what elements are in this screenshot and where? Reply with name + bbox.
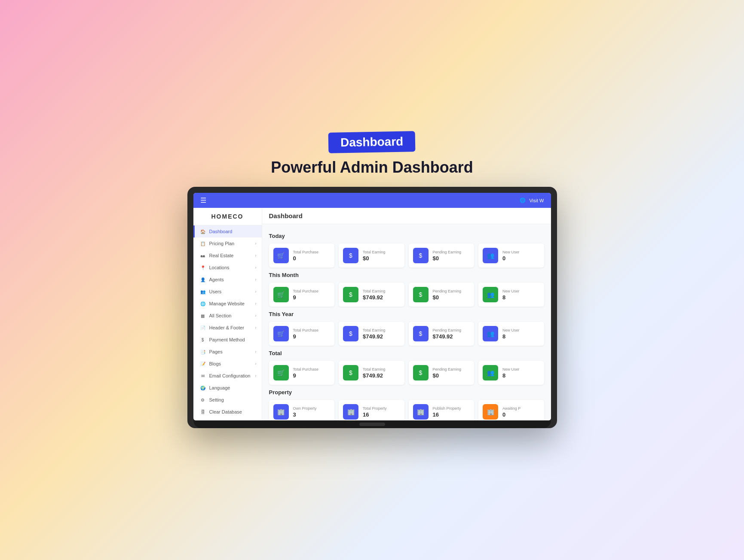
month-purchase-card: 🛒 Total Purchase 9 <box>269 283 335 307</box>
home-icon: 🏠 <box>200 228 206 234</box>
today-new-user-card: 👥 New User 0 <box>478 243 544 268</box>
sidebar-item-pricing-plan[interactable]: 📋 Pricing Plan › <box>193 237 262 250</box>
dollar-icon: $ <box>413 365 429 380</box>
app-layout: HOMECO 🏠 Dashboard 📋 Pricing Plan › <box>193 208 551 420</box>
own-property-value: 3 <box>293 411 331 418</box>
sidebar-item-all-section[interactable]: ▦ All Section › <box>193 310 262 322</box>
total-cards-row: 🛒 Total Purchase 9 $ Total Earning $749.… <box>269 361 544 385</box>
chevron-icon: › <box>255 253 257 258</box>
cart-icon: 🛒 <box>273 248 289 263</box>
blogs-icon: 📝 <box>200 361 206 367</box>
sidebar-item-manage-website[interactable]: 🌐 Manage Website › <box>193 298 262 310</box>
sidebar-label-dashboard: Dashboard <box>209 229 233 234</box>
month-earning-value: $749.92 <box>363 294 400 301</box>
sidebar-logo: HOMECO <box>193 208 262 225</box>
publish-property-label: Publish Property <box>433 406 470 411</box>
section-title-today: Today <box>269 233 544 239</box>
chevron-icon: › <box>255 289 257 294</box>
dollar-icon: $ <box>343 326 358 341</box>
total-purchase-label: Total Purchase <box>293 367 331 371</box>
today-newuser-label: New User <box>502 250 540 254</box>
sidebar-item-cache-clear[interactable]: ↺ Cache Clear <box>193 418 262 420</box>
month-earning-card: $ Total Earning $749.92 <box>339 283 404 307</box>
real-estate-icon: 🏘 <box>200 253 206 259</box>
month-cards-row: 🛒 Total Purchase 9 $ Total Earning $749.… <box>269 283 544 307</box>
today-newuser-value: 0 <box>502 255 540 262</box>
sidebar-item-locations[interactable]: 📍 Locations › <box>193 262 262 274</box>
dollar-icon: $ <box>343 287 358 302</box>
sidebar-item-language[interactable]: 🌍 Language <box>193 382 262 394</box>
sidebar-label-pages: Pages <box>209 349 223 354</box>
sidebar-label-blogs: Blogs <box>209 361 221 366</box>
dashboard-badge: Dashboard <box>328 131 416 153</box>
sidebar-label-payment: Payment Method <box>209 337 245 342</box>
database-icon: 🗄 <box>200 409 206 415</box>
sidebar-item-payment-method[interactable]: $ Payment Method <box>193 334 262 346</box>
content-header: Dashboard <box>262 208 551 224</box>
sidebar-label-users: Users <box>209 289 222 294</box>
users-icon: 👥 <box>483 365 498 380</box>
main-content: Dashboard Today 🛒 Total Purchase 0 <box>262 208 551 420</box>
globe-icon: 🌐 <box>520 198 526 203</box>
sidebar-label-real-estate: Real Estate <box>209 253 234 258</box>
users-icon: 👥 <box>483 287 498 302</box>
users-icon: 👥 <box>483 326 498 341</box>
sidebar-item-setting[interactable]: ⚙ Setting <box>193 394 262 406</box>
year-earning-card: $ Total Earning $749.92 <box>339 322 404 346</box>
today-earning-label: Total Earning <box>363 250 400 254</box>
year-earning-label: Total Earning <box>363 328 400 332</box>
sidebar-label-email: Email Configuration <box>209 373 251 378</box>
sidebar-item-dashboard[interactable]: 🏠 Dashboard <box>193 225 262 237</box>
building-icon: 🏢 <box>413 404 429 420</box>
topbar: ☰ 🌐 Visit W <box>193 193 551 208</box>
total-property-value: 16 <box>363 411 400 418</box>
today-pending-value: $0 <box>433 255 470 262</box>
email-icon: ✉ <box>200 373 206 379</box>
month-purchase-label: Total Purchase <box>293 289 331 293</box>
payment-icon: $ <box>200 337 206 343</box>
hamburger-icon[interactable]: ☰ <box>200 196 206 204</box>
month-newuser-label: New User <box>502 289 540 293</box>
year-purchase-label: Total Purchase <box>293 328 331 332</box>
chevron-icon: › <box>255 362 257 366</box>
building-icon: 🏢 <box>343 404 358 420</box>
sidebar-item-users[interactable]: 👥 Users › <box>193 286 262 298</box>
cart-icon: 🛒 <box>273 326 289 341</box>
today-earning-value: $0 <box>363 255 400 262</box>
year-newuser-label: New User <box>502 328 540 332</box>
chevron-icon: › <box>255 350 257 354</box>
sidebar-label-language: Language <box>209 385 230 390</box>
today-purchase-label: Total Purchase <box>293 250 331 254</box>
page-header: Dashboard Powerful Admin Dashboard <box>271 132 473 177</box>
today-cards-row: 🛒 Total Purchase 0 $ Total Earning $0 <box>269 243 544 268</box>
pages-icon: 📑 <box>200 349 206 355</box>
visit-label[interactable]: Visit W <box>529 198 544 203</box>
sidebar-item-pages[interactable]: 📑 Pages › <box>193 346 262 358</box>
sidebar-item-real-estate[interactable]: 🏘 Real Estate › <box>193 250 262 262</box>
month-earning-label: Total Earning <box>363 289 400 293</box>
today-pending-label: Pending Earning <box>433 250 470 254</box>
sidebar: HOMECO 🏠 Dashboard 📋 Pricing Plan › <box>193 208 262 420</box>
chevron-icon: › <box>255 374 257 378</box>
year-purchase-card: 🛒 Total Purchase 9 <box>269 322 335 346</box>
sidebar-label-agents: Agents <box>209 277 224 282</box>
sidebar-label-locations: Locations <box>209 265 230 270</box>
month-pending-label: Pending Earning <box>433 289 470 293</box>
sidebar-label-all-section: All Section <box>209 313 232 318</box>
header-icon: 📄 <box>200 325 206 331</box>
sidebar-item-clear-database[interactable]: 🗄 Clear Database <box>193 406 262 418</box>
total-newuser-card: 👥 New User 8 <box>478 361 544 385</box>
sidebar-label-setting: Setting <box>209 397 224 402</box>
sidebar-item-blogs[interactable]: 📝 Blogs › <box>193 358 262 370</box>
sidebar-label-pricing: Pricing Plan <box>209 241 235 246</box>
year-earning-value: $749.92 <box>363 333 400 340</box>
month-pending-value: $0 <box>433 294 470 301</box>
sidebar-item-email-config[interactable]: ✉ Email Configuration › <box>193 370 262 382</box>
year-newuser-value: 8 <box>502 333 540 340</box>
section-title-total: Total <box>269 350 544 356</box>
sidebar-item-header-footer[interactable]: 📄 Header & Footer › <box>193 322 262 334</box>
sidebar-item-agents[interactable]: 👤 Agents › <box>193 274 262 286</box>
laptop-screen: ☰ 🌐 Visit W HOMECO 🏠 Dashboard <box>193 193 551 420</box>
year-pending-value: $749.92 <box>433 333 470 340</box>
month-newuser-value: 8 <box>502 294 540 301</box>
